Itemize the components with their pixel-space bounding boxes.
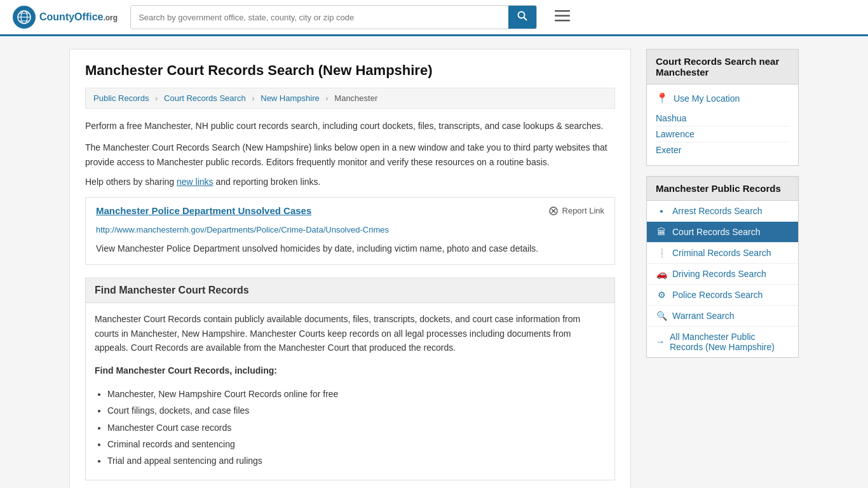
main-content: Manchester Court Records Search (New Ham…: [69, 49, 631, 488]
sidebar-nearby-title: Court Records Search near Manchester: [646, 49, 799, 85]
svg-rect-7: [555, 10, 570, 12]
sidebar-item-arrest-records[interactable]: ▪ Arrest Records Search: [647, 201, 798, 222]
list-item: Criminal records and sentencing: [107, 437, 606, 451]
criminal-icon: ❕: [656, 248, 667, 258]
arrow-icon: →: [656, 337, 665, 347]
report-icon: [548, 206, 559, 216]
svg-line-6: [524, 18, 527, 21]
intro-paragraph-2: The Manchester Court Records Search (New…: [85, 140, 615, 169]
list-item: Manchester, New Hampshire Court Records …: [107, 387, 606, 401]
sidebar-item-driving-records[interactable]: 🚗 Driving Records Search: [647, 264, 798, 285]
help-paragraph: Help others by sharing new links and rep…: [85, 177, 615, 187]
find-section-para: Manchester Court Records contain publicl…: [95, 312, 606, 355]
page-title: Manchester Court Records Search (New Ham…: [85, 62, 615, 79]
list-item: Court filings, dockets, and case files: [107, 403, 606, 417]
site-logo[interactable]: CountyOffice.org: [13, 6, 118, 29]
search-bar: [130, 5, 537, 29]
breadcrumb: Public Records › Court Records Search › …: [85, 88, 615, 109]
breadcrumb-court-records[interactable]: Court Records Search: [164, 93, 246, 103]
breadcrumb-manchester: Manchester: [334, 93, 377, 103]
logo-text: CountyOffice.org: [39, 11, 118, 23]
sidebar-item-police-records[interactable]: ⚙ Police Records Search: [647, 285, 798, 306]
svg-rect-9: [555, 20, 570, 22]
sidebar-nearby-body: 📍 Use My Location Nashua Lawrence Exeter: [646, 85, 799, 166]
sidebar: Court Records Search near Manchester 📍 U…: [646, 49, 799, 488]
sidebar-item-court-records[interactable]: 🏛 Court Records Search: [647, 222, 798, 243]
link-card-description: View Manchester Police Department unsolv…: [86, 240, 614, 264]
location-pin-icon: 📍: [656, 92, 668, 104]
use-my-location-button[interactable]: 📍 Use My Location: [656, 92, 789, 104]
police-icon: ⚙: [656, 290, 667, 300]
link-card-header: Manchester Police Department Unsolved Ca…: [86, 198, 614, 224]
header: CountyOffice.org: [0, 0, 868, 36]
arrest-icon: ▪: [656, 206, 667, 216]
sidebar-records-title: Manchester Public Records: [646, 176, 799, 201]
svg-point-5: [519, 12, 525, 18]
sidebar-all-records-link[interactable]: → All Manchester Public Records (New Ham…: [647, 327, 798, 357]
search-input[interactable]: [131, 6, 508, 29]
find-section-list-label: Find Manchester Court Records, including…: [95, 363, 606, 377]
list-item: Trial and appeal sentencing and rulings: [107, 454, 606, 468]
link-card-title[interactable]: Manchester Police Department Unsolved Ca…: [96, 205, 311, 216]
car-icon: 🚗: [656, 269, 667, 279]
find-section-list: Manchester, New Hampshire Court Records …: [107, 387, 606, 468]
report-link-button[interactable]: Report Link: [548, 206, 604, 216]
nearby-city-lawrence[interactable]: Lawrence: [656, 126, 789, 142]
list-item: Manchester Court case records: [107, 421, 606, 435]
sidebar-records-body: ▪ Arrest Records Search 🏛 Court Records …: [646, 201, 799, 358]
search-button[interactable]: [508, 6, 536, 29]
nearby-city-exeter[interactable]: Exeter: [656, 142, 789, 158]
link-card-url[interactable]: http://www.manchesternh.gov/Departments/…: [86, 224, 614, 240]
new-links-link[interactable]: new links: [177, 177, 214, 187]
find-section: Find Manchester Court Records Manchester…: [85, 278, 615, 480]
sidebar-item-criminal-records[interactable]: ❕ Criminal Records Search: [647, 243, 798, 264]
find-section-body: Manchester Court Records contain publicl…: [85, 302, 615, 480]
content-wrapper: Manchester Court Records Search (New Ham…: [59, 36, 809, 488]
link-card: Manchester Police Department Unsolved Ca…: [85, 197, 615, 265]
find-section-header: Find Manchester Court Records: [85, 278, 615, 302]
svg-rect-8: [555, 15, 570, 17]
logo-icon: [13, 6, 36, 29]
court-icon: 🏛: [656, 227, 667, 237]
breadcrumb-new-hampshire[interactable]: New Hampshire: [261, 93, 319, 103]
nearby-city-nashua[interactable]: Nashua: [656, 111, 789, 126]
sidebar-item-warrant-search[interactable]: 🔍 Warrant Search: [647, 306, 798, 327]
intro-paragraph-1: Perform a free Manchester, NH public cou…: [85, 119, 615, 133]
menu-button[interactable]: [550, 8, 575, 27]
breadcrumb-public-records[interactable]: Public Records: [93, 93, 149, 103]
warrant-icon: 🔍: [656, 311, 667, 321]
